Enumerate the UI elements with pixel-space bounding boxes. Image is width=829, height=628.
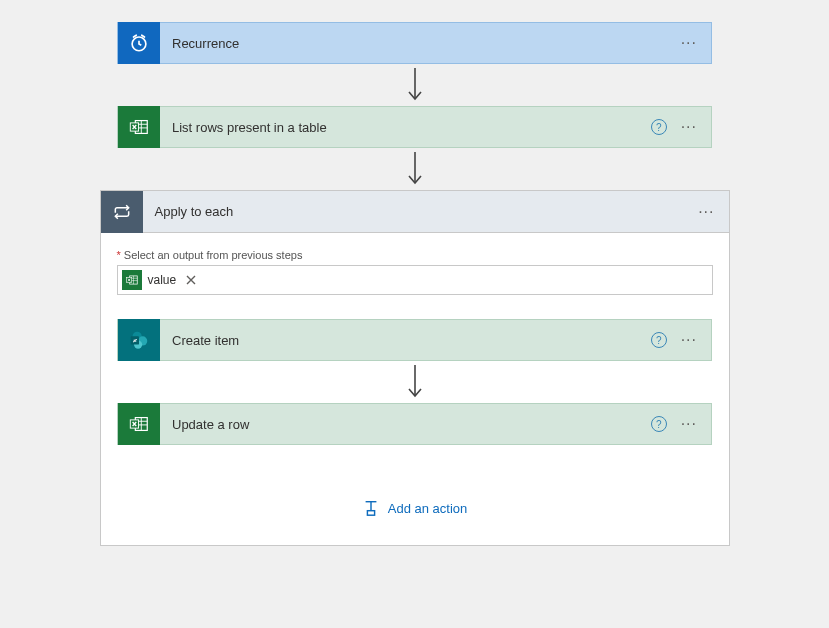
step-recurrence[interactable]: Recurrence ··· <box>117 22 712 64</box>
arrow-connector <box>405 148 425 190</box>
token-label: value <box>146 273 179 287</box>
step-title: List rows present in a table <box>160 120 651 135</box>
more-icon[interactable]: ··· <box>681 332 697 348</box>
clock-icon <box>118 22 160 64</box>
help-icon[interactable]: ? <box>651 119 667 135</box>
step-title: Recurrence <box>160 36 681 51</box>
step-create-item[interactable]: Create item ? ··· <box>117 319 712 361</box>
insert-action-icon <box>362 499 380 517</box>
step-list-rows[interactable]: List rows present in a table ? ··· <box>117 106 712 148</box>
step-title: Apply to each <box>143 204 699 219</box>
close-icon[interactable] <box>182 271 200 289</box>
add-action-label: Add an action <box>388 501 468 516</box>
step-apply-to-each: Apply to each ··· * Select an output fro… <box>100 190 730 546</box>
excel-icon <box>118 403 160 445</box>
container-header[interactable]: Apply to each ··· <box>101 191 729 233</box>
excel-icon <box>122 270 142 290</box>
loop-icon <box>101 191 143 233</box>
add-action-button[interactable]: Add an action <box>362 499 468 517</box>
more-icon[interactable]: ··· <box>681 35 697 51</box>
more-icon[interactable]: ··· <box>681 416 697 432</box>
excel-icon <box>118 106 160 148</box>
step-title: Create item <box>160 333 651 348</box>
output-selector-input[interactable]: value <box>117 265 713 295</box>
token-value[interactable]: value <box>122 270 201 290</box>
arrow-connector <box>405 64 425 106</box>
sharepoint-icon <box>118 319 160 361</box>
svg-rect-11 <box>367 511 374 516</box>
arrow-connector <box>405 361 425 403</box>
more-icon[interactable]: ··· <box>681 119 697 135</box>
field-label: * Select an output from previous steps <box>117 249 713 261</box>
step-title: Update a row <box>160 417 651 432</box>
help-icon[interactable]: ? <box>651 332 667 348</box>
more-icon[interactable]: ··· <box>698 204 714 220</box>
help-icon[interactable]: ? <box>651 416 667 432</box>
step-update-row[interactable]: Update a row ? ··· <box>117 403 712 445</box>
